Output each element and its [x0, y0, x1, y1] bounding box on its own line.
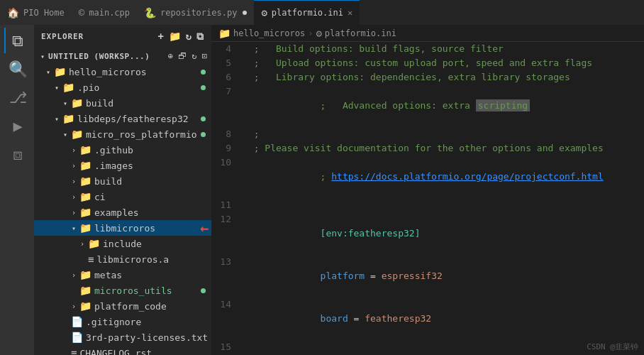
sidebar-item-licenses[interactable]: 📄 3rd-party-licenses.txt — [34, 329, 211, 345]
sidebar-item-libdeps[interactable]: ▾ 📁 libdeps/featheresp32 — [34, 111, 211, 126]
code-line-13: 13 platform = espressif32 — [211, 255, 644, 297]
sidebar-item-untitled-root[interactable]: ▾ UNTITLED (WORKSP...) ⊕ 🗗 ↻ ⊡ — [34, 48, 211, 64]
sidebar-item-images[interactable]: › 📁 .images — [34, 158, 211, 173]
gitignore-label: .gitignore — [86, 317, 211, 327]
metas-label: metas — [94, 270, 211, 280]
sidebar-item-include[interactable]: › 📁 include — [34, 236, 211, 251]
chevron-right-icon: › — [77, 240, 88, 248]
tab-close-button[interactable]: ✕ — [348, 8, 352, 18]
sidebar-item-metas[interactable]: › 📁 metas — [34, 267, 211, 283]
breadcrumb-filename: platformio.ini — [325, 28, 396, 38]
main-area: ⧉ 🔍 ⎇ ▶ ⧈ EXPLORER + 📁 ↻ ⧉ ▾ UNT — [0, 25, 644, 355]
debug-activity-icon[interactable]: ▶ — [4, 113, 30, 138]
sidebar-item-micro-ros-platformio[interactable]: ▾ 📁 micro_ros_platformio — [34, 126, 211, 142]
include-label: include — [103, 239, 211, 249]
sidebar-item-libmicroros-a[interactable]: ≡ libmicroros.a — [34, 251, 211, 267]
examples-label: examples — [94, 207, 211, 218]
sidebar-title: EXPLORER — [41, 32, 84, 41]
libdeps-label: libdeps/featheresp32 — [77, 114, 201, 124]
folder-icon: 📁 — [79, 222, 91, 234]
extensions-activity-icon[interactable]: ⧈ — [4, 141, 30, 167]
licenses-label: 3rd-party-licenses.txt — [86, 332, 211, 343]
libmicroros-a-label: libmicroros.a — [96, 254, 211, 265]
sidebar-item-gitignore[interactable]: 📄 .gitignore — [34, 314, 211, 329]
sidebar-header-icons: + 📁 ↻ ⧉ — [158, 31, 204, 43]
tab-pio-home[interactable]: 🏠 PIO Home — [0, 0, 72, 25]
sidebar-item-ci[interactable]: › 📁 ci — [34, 189, 211, 204]
explorer-activity-icon[interactable]: ⧉ — [4, 28, 30, 53]
line-num-9: 9 — [211, 141, 240, 155]
line-content-13: platform = espressif32 — [240, 255, 644, 297]
build-label: build — [94, 176, 211, 187]
tab-pio-home-label: PIO Home — [23, 8, 65, 18]
file-icon: 📄 — [71, 332, 83, 343]
chevron-down-icon: ▾ — [43, 68, 54, 76]
line-num-13: 13 — [211, 255, 240, 297]
file-icon: ≡ — [88, 253, 94, 265]
tab-main-cpp[interactable]: © main.cpp — [72, 0, 137, 25]
new-file-icon[interactable]: + — [158, 31, 165, 43]
chevron-down-icon: ▾ — [60, 131, 71, 138]
line-content-7: ; Advanced options: extra scripting — [240, 84, 644, 127]
dot-indicator — [201, 288, 206, 293]
dot-indicator — [201, 70, 206, 75]
sidebar-item-microros-utils[interactable]: 📁 microros_utils — [34, 283, 211, 298]
microros-utils-label: microros_utils — [94, 285, 201, 296]
images-label: .images — [94, 160, 211, 171]
sidebar: EXPLORER + 📁 ↻ ⧉ ▾ UNTITLED (WORKSP...) … — [34, 25, 211, 355]
repositories-py-icon: 🐍 — [144, 7, 156, 18]
folder-icon: 📁 — [79, 300, 91, 312]
new-folder-icon[interactable]: 📁 — [169, 31, 182, 43]
folder-icon: 📁 — [79, 285, 91, 296]
code-line-8: 8 ; — [211, 127, 644, 141]
sidebar-item-build-pio[interactable]: ▾ 📁 build — [34, 95, 211, 111]
line-content-9: ; Please visit documentation for the oth… — [240, 141, 644, 155]
line-num-14: 14 — [211, 297, 240, 340]
github-label: .github — [94, 145, 211, 155]
chevron-down-icon: ▾ — [60, 99, 71, 107]
line-num-11: 11 — [211, 198, 240, 212]
folder-icon: 📁 — [79, 207, 91, 218]
editor-content[interactable]: 4 ; Build options: build flags, source f… — [211, 42, 644, 355]
dot-indicator — [201, 132, 206, 137]
breadcrumb-separator: › — [308, 28, 313, 38]
sidebar-item-changelog[interactable]: ≡ CHANGELOG.rst — [34, 345, 211, 355]
folder-icon: 📁 — [79, 144, 91, 155]
chevron-right-icon: › — [68, 146, 79, 154]
folder-icon: 📁 — [79, 160, 91, 171]
code-line-14: 14 board = featheresp32 — [211, 297, 644, 340]
sidebar-item-platform-code[interactable]: › 📁 platform_code — [34, 298, 211, 314]
editor-area: 📁 hello_microros › ⚙ platformio.ini 4 ; … — [211, 25, 644, 355]
chevron-down-icon: ▾ — [68, 224, 79, 232]
tab-repositories-py[interactable]: 🐍 repositories.py — [137, 0, 254, 25]
sidebar-item-examples[interactable]: › 📁 examples — [34, 204, 211, 220]
folder-icon: 📁 — [79, 191, 91, 202]
sidebar-header: EXPLORER + 📁 ↻ ⧉ — [34, 25, 211, 48]
sidebar-item-build[interactable]: › 📁 build — [34, 173, 211, 189]
collapse-icon[interactable]: ⧉ — [196, 31, 204, 43]
search-activity-icon[interactable]: 🔍 — [4, 56, 30, 82]
folder-icon: 📁 — [79, 175, 91, 187]
sidebar-item-libmicroros[interactable]: ▾ 📁 libmicroros ← — [34, 220, 211, 236]
line-content-10: ; https://docs.platformio.org/page/proje… — [240, 155, 644, 198]
git-activity-icon[interactable]: ⎇ — [4, 84, 30, 110]
tab-repositories-py-label: repositories.py — [160, 8, 237, 18]
sidebar-item-github[interactable]: › 📁 .github — [34, 142, 211, 158]
line-content-6: ; Library options: dependencies, extra l… — [240, 70, 644, 84]
line-content-8: ; — [240, 127, 644, 141]
chevron-down-icon: ▾ — [51, 115, 62, 123]
line-content-5: ; Upload options: custom upload port, sp… — [240, 56, 644, 70]
file-icon: 📄 — [71, 316, 83, 327]
changelog-label: CHANGELOG.rst — [79, 348, 211, 356]
line-num-10: 10 — [211, 155, 240, 198]
line-num-4: 4 — [211, 42, 240, 56]
tab-platformio-ini[interactable]: ⚙ platformio.ini ✕ — [254, 0, 360, 25]
chevron-right-icon: › — [68, 209, 79, 217]
sidebar-item-hello-microros[interactable]: ▾ 📁 hello_microros — [34, 64, 211, 80]
sidebar-tree: ▾ UNTITLED (WORKSP...) ⊕ 🗗 ↻ ⊡ ▾ 📁 hello… — [34, 48, 211, 355]
refresh-icon[interactable]: ↻ — [186, 31, 192, 43]
activity-bar: ⧉ 🔍 ⎇ ▶ ⧈ — [0, 25, 34, 355]
chevron-right-icon: › — [68, 271, 79, 279]
sidebar-item-pio[interactable]: ▾ 📁 .pio — [34, 80, 211, 95]
line-num-5: 5 — [211, 56, 240, 70]
